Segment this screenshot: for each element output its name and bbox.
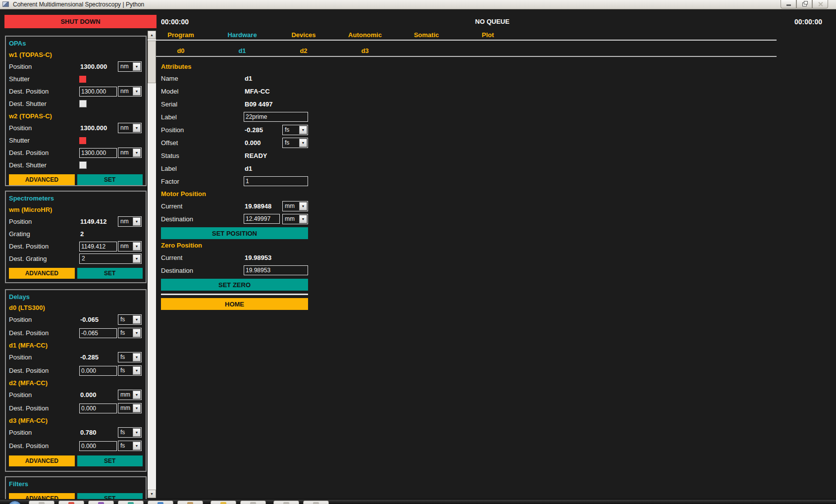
taskbar-item[interactable] — [29, 501, 54, 504]
restore-icon — [802, 2, 807, 6]
dest-shutter-checkbox[interactable] — [79, 100, 87, 107]
tab-plot[interactable]: Plot — [457, 31, 519, 39]
dest-position-input[interactable] — [79, 87, 117, 97]
w1-dest-position-row: Dest. Position nm▼ — [9, 85, 143, 98]
name-row: Name d1 — [161, 72, 308, 85]
unit-dropdown[interactable]: nm▼ — [118, 148, 142, 158]
set-button[interactable]: SET — [77, 268, 143, 279]
unit-dropdown[interactable]: mm▼ — [118, 403, 142, 413]
scrollbar-thumb[interactable] — [148, 41, 156, 83]
runtime-clock-right: 00:00:00 — [753, 18, 822, 26]
dest-position-input[interactable] — [79, 242, 117, 252]
unit-dropdown[interactable]: fs▼ — [118, 427, 142, 438]
tab-program[interactable]: Program — [150, 31, 211, 39]
taskbar-item[interactable] — [148, 501, 173, 504]
unit-dropdown[interactable]: fs▼ — [118, 352, 142, 362]
field-label: Shutter — [9, 75, 78, 83]
set-button[interactable]: SET — [77, 455, 143, 466]
taskbar-item[interactable] — [88, 501, 114, 504]
field-label: Current — [161, 254, 241, 261]
taskbar-item[interactable] — [118, 501, 144, 504]
dest-position-input[interactable] — [79, 403, 117, 413]
dropdown-arrow-icon: ▼ — [133, 87, 141, 96]
field-label: Position — [9, 218, 78, 225]
minimize-icon — [786, 4, 791, 6]
tab-devices[interactable]: Devices — [273, 31, 334, 39]
unit-dropdown[interactable]: nm▼ — [118, 216, 142, 227]
unit-dropdown[interactable]: mm▼ — [118, 390, 142, 400]
dest-position-input[interactable] — [79, 366, 117, 376]
unit-dropdown[interactable]: mm▼ — [282, 214, 308, 224]
d1-dest-position-row: Dest. Position fs▼ — [9, 364, 143, 377]
dest-position-input[interactable] — [79, 328, 117, 338]
w2-dest-position-row: Dest. Position nm▼ — [9, 147, 143, 159]
unit-dropdown[interactable]: mm▼ — [282, 201, 308, 211]
subtab-d2[interactable]: d2 — [273, 47, 334, 54]
unit-dropdown[interactable]: fs▼ — [118, 328, 142, 338]
motor-destination-input[interactable] — [244, 214, 280, 224]
unit-dropdown[interactable]: nm▼ — [118, 86, 142, 97]
subtab-d0[interactable]: d0 — [150, 47, 211, 54]
unit-dropdown[interactable]: fs▼ — [282, 125, 308, 135]
main-tab-bar: Program Hardware Devices Autonomic Somat… — [150, 31, 519, 39]
dest-position-input[interactable] — [79, 148, 117, 158]
unit-dropdown[interactable]: nm▼ — [118, 123, 142, 133]
advanced-button[interactable]: ADVANCED — [9, 174, 75, 185]
status-row: Status READY — [161, 149, 308, 162]
shutdown-button[interactable]: SHUT DOWN — [4, 15, 157, 28]
close-button[interactable] — [812, 0, 828, 8]
d3-dest-position-row: Dest. Position fs▼ — [9, 439, 143, 453]
tab-autonomic[interactable]: Autonomic — [334, 31, 396, 39]
field-label: Dest. Grating — [9, 255, 78, 262]
device-form: Attributes Name d1 Model MFA-CC Serial B… — [161, 61, 308, 310]
tab-hardware[interactable]: Hardware — [211, 31, 273, 39]
dropdown-arrow-icon: ▼ — [133, 428, 141, 437]
taskbar-item[interactable] — [210, 501, 236, 504]
taskbar-item[interactable] — [303, 501, 329, 504]
scroll-up-icon[interactable]: ▲ — [148, 31, 156, 39]
label-readout-row: Label d1 — [161, 162, 308, 175]
zero-current-value: 19.98953 — [244, 254, 280, 261]
taskbar-item[interactable] — [273, 501, 299, 504]
zero-destination-input[interactable] — [244, 265, 308, 275]
unit-value: fs — [118, 441, 132, 451]
dest-position-input[interactable] — [79, 441, 117, 451]
subtab-d1[interactable]: d1 — [211, 47, 273, 54]
taskbar-item[interactable] — [177, 501, 203, 504]
unit-value: fs — [118, 315, 132, 324]
subtab-d3[interactable]: d3 — [334, 47, 396, 54]
unit-dropdown[interactable]: fs▼ — [118, 314, 142, 325]
position-value: 1149.412 — [79, 218, 117, 225]
field-label: Position — [9, 124, 78, 132]
set-zero-button[interactable]: SET ZERO — [161, 279, 308, 291]
minimize-button[interactable] — [781, 0, 796, 8]
taskbar-item[interactable] — [240, 501, 266, 504]
unit-dropdown[interactable]: nm▼ — [118, 61, 142, 72]
sidebar-scrollbar[interactable]: ▲ ▼ — [148, 31, 156, 498]
taskbar-item[interactable] — [58, 501, 84, 504]
set-button[interactable]: SET — [77, 174, 143, 185]
motor-position-section-title: Motor Position — [161, 188, 308, 200]
dropdown-arrow-icon: ▼ — [299, 139, 307, 147]
unit-value: mm — [118, 390, 132, 400]
field-label: Position — [9, 429, 78, 436]
unit-dropdown[interactable]: fs▼ — [118, 365, 142, 376]
dest-shutter-checkbox[interactable] — [79, 161, 87, 169]
field-label: Shutter — [9, 137, 78, 144]
factor-input[interactable] — [244, 176, 308, 186]
advanced-button[interactable]: ADVANCED — [9, 268, 75, 279]
dest-grating-dropdown[interactable]: 2▼ — [79, 253, 142, 264]
advanced-button[interactable]: ADVANCED — [9, 455, 75, 466]
unit-dropdown[interactable]: fs▼ — [118, 441, 142, 451]
unit-dropdown[interactable]: nm▼ — [118, 241, 142, 252]
dropdown-arrow-icon: ▼ — [133, 366, 141, 375]
position-value: 1300.000 — [79, 124, 117, 132]
home-button[interactable]: HOME — [161, 298, 308, 310]
unit-dropdown[interactable]: fs▼ — [282, 138, 308, 148]
tab-somatic[interactable]: Somatic — [396, 31, 457, 39]
set-position-button[interactable]: SET POSITION — [161, 227, 308, 239]
start-button[interactable] — [8, 501, 22, 504]
label-input[interactable] — [244, 112, 308, 122]
scroll-down-icon[interactable]: ▼ — [148, 490, 156, 498]
restore-button[interactable] — [796, 0, 812, 8]
